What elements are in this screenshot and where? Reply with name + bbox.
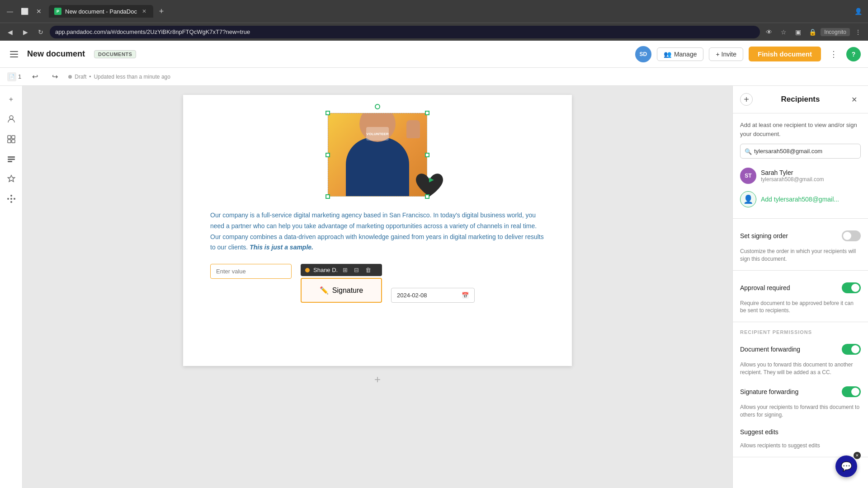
add-recipient-suggestion[interactable]: 👤 Add tylersarah508@gmail... bbox=[740, 188, 861, 211]
doc-forwarding-toggle[interactable] bbox=[842, 344, 861, 355]
help-button[interactable]: ? bbox=[846, 47, 861, 61]
resize-handle-mr[interactable] bbox=[425, 153, 429, 157]
add-recipient-icon: 👤 bbox=[740, 191, 756, 207]
sidebar-tools-button[interactable] bbox=[3, 171, 19, 187]
manage-icon: 👥 bbox=[664, 51, 671, 58]
resize-handle-br[interactable] bbox=[425, 194, 429, 199]
suggest-edits-row: Suggest edits bbox=[740, 424, 861, 440]
suggest-edits-label: Suggest edits bbox=[740, 428, 778, 436]
profile-button[interactable]: 👤 bbox=[852, 5, 864, 18]
approval-row: Approval required bbox=[740, 278, 861, 298]
sig-delete-button[interactable]: 🗑 bbox=[364, 267, 373, 273]
sig-add-button[interactable]: ⊞ bbox=[341, 267, 349, 273]
resize-handle-ml[interactable] bbox=[326, 153, 330, 157]
recipient-search-container: 🔍 bbox=[740, 144, 861, 159]
left-sidebar: + bbox=[0, 86, 23, 488]
approval-section: Approval required Require document to be… bbox=[733, 271, 868, 323]
manage-label: Manage bbox=[674, 51, 697, 58]
volunteer-text: VOLUNTEER bbox=[366, 127, 389, 141]
calendar-icon: 📅 bbox=[462, 292, 469, 299]
person-plus-icon: 👤 bbox=[743, 194, 753, 204]
invite-button[interactable]: + Invite bbox=[709, 47, 743, 61]
address-bar-row: ◀ ▶ ↻ 👁 ☆ ▣ 🔒 Incognito ⋮ bbox=[0, 23, 868, 41]
browser-extensions: 👁 ☆ ▣ 🔒 Incognito ⋮ bbox=[763, 26, 864, 38]
recipient-avatar: ST bbox=[740, 168, 756, 184]
refresh-button[interactable]: ↻ bbox=[34, 26, 47, 38]
new-tab-button[interactable]: + bbox=[155, 5, 168, 18]
address-input[interactable] bbox=[50, 26, 760, 38]
svg-point-0 bbox=[9, 116, 13, 119]
panel-add-button[interactable]: + bbox=[740, 93, 753, 106]
resize-handle-tr[interactable] bbox=[425, 111, 429, 115]
signer-name: Shane D. bbox=[313, 267, 338, 273]
panel-close-button[interactable]: ✕ bbox=[848, 93, 861, 106]
svg-point-10 bbox=[14, 198, 15, 200]
resize-handle-tl[interactable] bbox=[326, 111, 330, 115]
date-field[interactable]: 2024-02-08 📅 bbox=[391, 288, 475, 303]
resize-handle-bl[interactable] bbox=[326, 194, 330, 199]
redo-button[interactable]: ↪ bbox=[48, 70, 61, 83]
recipient-item: ST Sarah Tyler tylersarah508@gmail.com bbox=[740, 164, 861, 188]
recipients-section: Add at least one recipient to view and/o… bbox=[733, 113, 868, 219]
svg-rect-1 bbox=[8, 136, 11, 139]
hamburger-menu-button[interactable] bbox=[7, 47, 22, 61]
add-section-button[interactable]: + bbox=[23, 366, 732, 393]
recipient-email: tylersarah508@gmail.com bbox=[761, 176, 861, 183]
signature-box[interactable]: ✏️ Signature bbox=[301, 278, 382, 303]
sidebar-variables-button[interactable] bbox=[3, 151, 19, 167]
tab-close-button[interactable]: ✕ bbox=[141, 8, 148, 15]
sidebar-integrations-button[interactable] bbox=[3, 191, 19, 207]
incognito-badge[interactable]: Incognito bbox=[821, 28, 850, 36]
search-icon: 🔍 bbox=[745, 148, 752, 155]
recipients-description: Add at least one recipient to view and/o… bbox=[740, 121, 861, 138]
invite-label: + Invite bbox=[716, 51, 736, 58]
user-avatar-button[interactable]: SD bbox=[635, 46, 651, 62]
draft-label: Draft bbox=[75, 74, 86, 80]
sidebar-icon[interactable]: ▣ bbox=[792, 26, 804, 38]
sidebar-add-button[interactable]: + bbox=[3, 91, 19, 108]
plus-icon: + bbox=[374, 373, 381, 386]
approval-label: Approval required bbox=[740, 284, 790, 291]
menu-dots-icon[interactable]: ⋮ bbox=[852, 26, 864, 38]
eye-off-icon[interactable]: 👁 bbox=[763, 26, 775, 38]
maximize-button[interactable]: ⬜ bbox=[18, 5, 31, 18]
active-tab[interactable]: P New document - PandaDoc ✕ bbox=[49, 5, 153, 18]
finish-document-button[interactable]: Finish document bbox=[749, 47, 821, 61]
signing-order-label: Set signing order bbox=[740, 232, 788, 239]
pen-icon: ✏️ bbox=[320, 286, 329, 295]
panel-header: + Recipients ✕ bbox=[733, 86, 868, 113]
chat-close-icon[interactable]: ✕ bbox=[854, 452, 861, 459]
chat-bubble-button[interactable]: 💬 ✕ bbox=[835, 455, 857, 477]
arrow-handle[interactable]: ▶ bbox=[429, 176, 434, 183]
rotate-handle[interactable] bbox=[375, 104, 380, 109]
main-content: + bbox=[0, 86, 868, 488]
svg-rect-7 bbox=[8, 161, 12, 162]
documents-badge: DOCUMENTS bbox=[94, 50, 136, 58]
back-button[interactable]: ◀ bbox=[4, 26, 16, 38]
more-options-button[interactable]: ⋮ bbox=[826, 47, 841, 61]
sidebar-recipients-button[interactable] bbox=[3, 111, 19, 127]
doc-forwarding-desc: Allows you to forward this document to a… bbox=[740, 361, 861, 376]
manage-button[interactable]: 👥 Manage bbox=[657, 47, 704, 61]
tab-favicon: P bbox=[54, 8, 61, 15]
signature-toolbar: Shane D. ⊞ ⊟ 🗑 bbox=[301, 264, 382, 276]
sidebar-blocks-button[interactable] bbox=[3, 131, 19, 147]
document-image-area: VOLUNTEER bbox=[210, 113, 545, 197]
minimize-button[interactable]: — bbox=[4, 5, 16, 18]
close-button[interactable]: ✕ bbox=[33, 5, 45, 18]
permissions-heading: RECIPIENT PERMISSIONS bbox=[740, 329, 861, 335]
user-icon[interactable]: 🔒 bbox=[806, 26, 819, 38]
approval-toggle[interactable] bbox=[842, 282, 861, 293]
forward-button[interactable]: ▶ bbox=[19, 26, 32, 38]
star-icon[interactable]: ☆ bbox=[777, 26, 790, 38]
sig-settings-button[interactable]: ⊟ bbox=[353, 267, 360, 273]
doc-forwarding-label: Document forwarding bbox=[740, 346, 800, 353]
recipient-search-input[interactable] bbox=[740, 144, 861, 159]
value-input[interactable] bbox=[210, 264, 292, 279]
sig-forwarding-row: Signature forwarding bbox=[740, 382, 861, 402]
undo-button[interactable]: ↩ bbox=[28, 70, 41, 83]
draft-status: Draft • Updated less than a minute ago bbox=[68, 74, 170, 80]
recipient-name: Sarah Tyler bbox=[761, 169, 861, 176]
signing-order-toggle[interactable] bbox=[842, 230, 861, 241]
sig-forwarding-toggle[interactable] bbox=[842, 386, 861, 397]
